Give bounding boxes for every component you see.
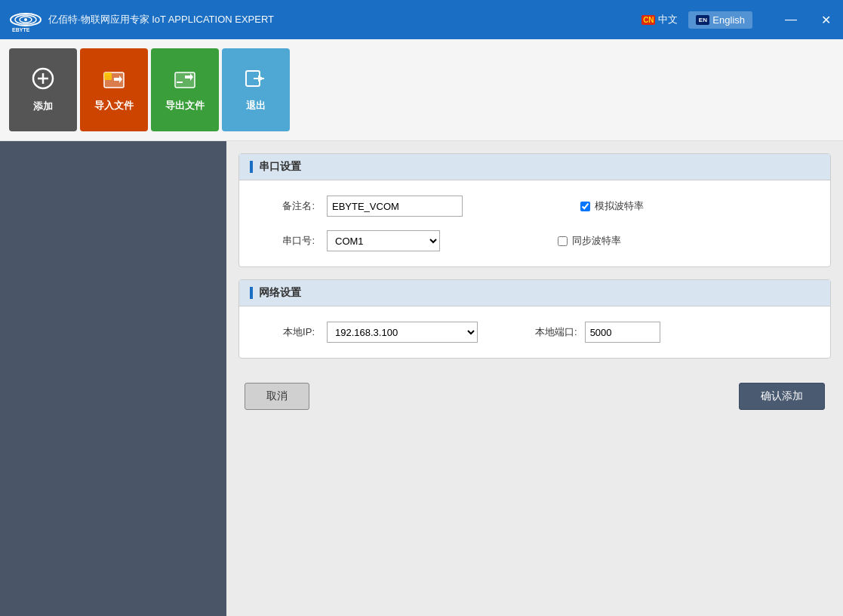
alias-input[interactable] <box>327 196 463 217</box>
en-flag: EN <box>696 15 709 25</box>
exit-button[interactable]: 退出 <box>222 48 290 131</box>
add-icon <box>32 67 54 94</box>
minimize-button[interactable]: — <box>774 0 808 39</box>
svg-rect-10 <box>175 72 195 88</box>
sync-baud-label: 同步波特率 <box>572 234 621 248</box>
close-button[interactable]: ✕ <box>808 0 843 39</box>
network-settings-header: 网络设置 <box>239 280 830 306</box>
svg-rect-9 <box>104 72 112 80</box>
import-button[interactable]: 导入文件 <box>80 48 148 131</box>
en-label: English <box>712 14 745 26</box>
simulate-baud-checkbox-group[interactable]: 模拟波特率 <box>580 199 644 213</box>
cn-label: 中文 <box>658 13 678 26</box>
svg-point-3 <box>24 18 27 21</box>
sync-baud-checkbox-group[interactable]: 同步波特率 <box>558 234 621 248</box>
svg-text:EBYTE: EBYTE <box>12 27 30 32</box>
bottom-bar: 取消 确认添加 <box>238 371 831 416</box>
export-label: 导出文件 <box>165 99 205 112</box>
export-button[interactable]: 导出文件 <box>151 48 219 131</box>
lang-en-button[interactable]: EN English <box>688 11 752 29</box>
lang-cn-button[interactable]: CN 中文 <box>634 10 685 29</box>
exit-label: 退出 <box>246 99 266 112</box>
local-ip-select[interactable]: 192.168.3.100 192.168.1.100 10.0.0.1 <box>327 322 478 343</box>
content-area: 串口设置 备注名: 模拟波特率 串口号: COM1 <box>226 141 843 616</box>
sync-baud-checkbox[interactable] <box>558 236 568 246</box>
network-settings-title: 网络设置 <box>259 286 301 300</box>
sidebar <box>0 141 226 616</box>
main-area: 串口设置 备注名: 模拟波特率 串口号: COM1 <box>0 141 843 616</box>
window-controls: — ✕ <box>774 0 843 39</box>
serial-settings-title: 串口设置 <box>259 160 301 174</box>
import-icon <box>103 68 125 93</box>
add-label: 添加 <box>33 100 53 113</box>
logo-icon: EBYTE <box>9 6 42 33</box>
alias-label: 备注名: <box>262 199 315 213</box>
port-select[interactable]: COM1 COM2 COM3 COM4 <box>327 230 440 251</box>
port-row: 串口号: COM1 COM2 COM3 COM4 同步波特率 <box>262 230 808 251</box>
local-ip-label: 本地IP: <box>262 325 315 339</box>
local-port-input[interactable] <box>585 322 660 343</box>
port-label: 串口号: <box>262 234 315 248</box>
serial-settings-header: 串口设置 <box>239 154 830 180</box>
language-selector: CN 中文 EN English <box>634 0 752 39</box>
cancel-button[interactable]: 取消 <box>245 383 309 410</box>
logo-area: EBYTE 亿佰特·物联网应用专家 IoT APPLICATION EXPERT <box>9 6 274 33</box>
header-bar-icon2 <box>250 287 253 299</box>
serial-settings-section: 串口设置 备注名: 模拟波特率 串口号: COM1 <box>238 153 831 267</box>
ip-row: 本地IP: 192.168.3.100 192.168.1.100 10.0.0… <box>262 322 808 343</box>
confirm-button[interactable]: 确认添加 <box>739 383 825 410</box>
cn-flag: CN <box>641 15 655 25</box>
local-port-label: 本地端口: <box>535 325 577 339</box>
app-title: 亿佰特·物联网应用专家 IoT APPLICATION EXPERT <box>48 13 274 26</box>
close-icon: ✕ <box>821 13 831 27</box>
header-bar-icon <box>250 161 253 173</box>
minimize-icon: — <box>785 13 797 26</box>
serial-settings-body: 备注名: 模拟波特率 串口号: COM1 COM2 COM3 <box>239 180 830 266</box>
alias-row: 备注名: 模拟波特率 <box>262 196 808 217</box>
titlebar: EBYTE 亿佰特·物联网应用专家 IoT APPLICATION EXPERT… <box>0 0 843 39</box>
export-icon <box>174 68 196 93</box>
simulate-baud-checkbox[interactable] <box>580 202 590 211</box>
network-settings-section: 网络设置 本地IP: 192.168.3.100 192.168.1.100 1… <box>238 279 831 359</box>
import-label: 导入文件 <box>94 99 134 112</box>
toolbar: 添加 导入文件 导出文件 退出 <box>0 39 843 141</box>
network-settings-body: 本地IP: 192.168.3.100 192.168.1.100 10.0.0… <box>239 306 830 358</box>
add-button[interactable]: 添加 <box>9 48 77 131</box>
simulate-baud-label: 模拟波特率 <box>595 199 644 213</box>
exit-icon <box>245 68 267 93</box>
